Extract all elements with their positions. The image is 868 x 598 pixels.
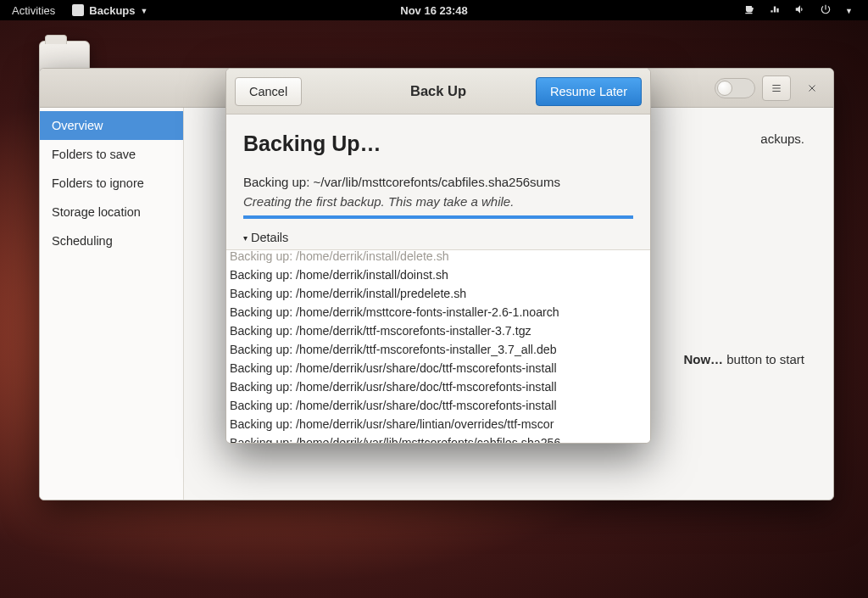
sidebar-item-storage-location[interactable]: Storage location (40, 198, 183, 226)
chevron-down-icon: ▼ (141, 7, 148, 15)
log-row: Backing up: /home/derrik/var/lib/msttcor… (226, 433, 650, 443)
top-panel: Activities Backups ▼ Nov 16 23:48 ▼ (0, 0, 868, 20)
log-row: Backing up: /home/derrik/usr/share/linti… (226, 415, 650, 433)
log-row: Backing up: /home/derrik/install/doinst.… (226, 265, 650, 284)
clock[interactable]: Nov 16 23:48 (400, 4, 468, 17)
sidebar-item-folders-to-ignore[interactable]: Folders to ignore (40, 169, 183, 198)
dialog-headerbar: Cancel Back Up Resume Later (226, 69, 650, 115)
log-row: Backing up: /home/derrik/msttcore-fonts-… (226, 303, 650, 321)
auto-backup-switch[interactable] (715, 78, 755, 98)
triangle-down-icon: ▾ (243, 233, 248, 243)
details-label-text: Details (251, 231, 288, 244)
backup-progress-dialog: Cancel Back Up Resume Later Backing Up… … (225, 68, 651, 444)
window-close-button[interactable] (798, 75, 826, 101)
activities-button[interactable]: Activities (12, 4, 55, 17)
sidebar-item-overview[interactable]: Overview (40, 111, 183, 140)
network-icon[interactable] (769, 3, 781, 18)
log-row: Backing up: /home/derrik/ttf-mscorefonts… (226, 321, 650, 340)
dialog-note: Creating the first backup. This may take… (243, 194, 633, 209)
backups-app-icon (72, 4, 84, 16)
caffeine-icon[interactable] (743, 3, 755, 18)
resume-later-button[interactable]: Resume Later (536, 77, 642, 106)
progress-bar (243, 215, 633, 219)
overview-text-fragment-2: button to start (723, 352, 804, 366)
log-row: Backing up: /home/derrik/usr/share/doc/t… (226, 396, 650, 415)
overview-text-now: Now… (683, 352, 723, 366)
details-log[interactable]: Backing up: /home/derrik/install/delete.… (226, 249, 650, 443)
details-expander[interactable]: ▾ Details (243, 231, 633, 244)
log-row: Backing up: /home/derrik/install/delete.… (226, 249, 650, 265)
sidebar: Overview Folders to save Folders to igno… (40, 108, 184, 500)
system-menu-chevron-icon[interactable]: ▼ (845, 7, 853, 15)
log-row: Backing up: /home/derrik/usr/share/doc/t… (226, 359, 650, 377)
log-row: Backing up: /home/derrik/ttf-mscorefonts… (226, 340, 650, 359)
cancel-button[interactable]: Cancel (235, 77, 302, 106)
app-menu-label: Backups (89, 4, 135, 17)
sidebar-item-scheduling[interactable]: Scheduling (40, 226, 183, 255)
hamburger-menu-button[interactable] (762, 75, 791, 101)
app-menu[interactable]: Backups ▼ (72, 4, 147, 17)
dialog-status-line: Backing up: ~/var/lib/msttcorefonts/cabf… (243, 175, 633, 189)
log-row: Backing up: /home/derrik/install/predele… (226, 284, 650, 303)
sidebar-item-folders-to-save[interactable]: Folders to save (40, 140, 183, 169)
dialog-heading: Backing Up… (243, 131, 633, 156)
log-row: Backing up: /home/derrik/usr/share/doc/t… (226, 377, 650, 396)
overview-text-fragment-1: ackups. (760, 131, 804, 146)
power-icon[interactable] (820, 3, 832, 18)
volume-icon[interactable] (794, 3, 806, 18)
